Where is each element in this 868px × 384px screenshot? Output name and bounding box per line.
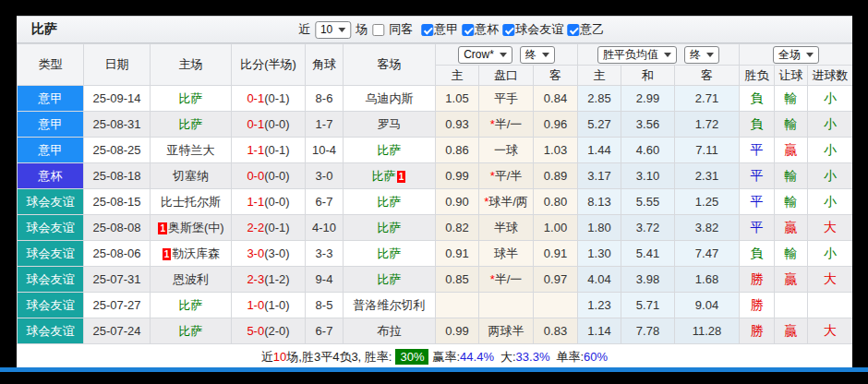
table-row: 球会友谊25-08-081奥斯堡(中)2-2(0-1)4-10比萨0.82半球1…: [18, 215, 853, 241]
chevron-down-icon: [706, 53, 714, 61]
away-team-cell: 比萨: [344, 215, 436, 241]
avg-away-cell: 1.25: [675, 189, 740, 215]
odds-away-cell: 0.89: [534, 163, 578, 189]
odds-final-select[interactable]: 终: [520, 46, 555, 64]
league-filter: 球会友谊: [502, 21, 563, 38]
red-card-badge: 1: [397, 171, 406, 183]
summary-text: 场,胜3平4负3, 胜率:: [286, 349, 392, 366]
date-cell: 25-08-18: [84, 163, 151, 189]
fulltime-score: 3-0: [247, 246, 264, 260]
result-goals-cell: [808, 293, 852, 318]
changed-line-star: *: [490, 117, 495, 131]
result-goals-cell: 大: [808, 318, 852, 344]
team-name: 比萨: [378, 221, 402, 234]
avg-draw-cell: 3.10: [621, 163, 675, 189]
league-checkbox-1[interactable]: [462, 24, 474, 36]
odds-home-cell: 0.90: [436, 189, 479, 215]
league-checkbox-0[interactable]: [421, 24, 433, 36]
bottom-accent-bar: [0, 367, 868, 372]
corners-cell: 3-3: [306, 241, 344, 267]
team-name: 恩波利: [173, 272, 209, 286]
league-label: 意杯: [475, 21, 499, 38]
avg-final-select[interactable]: 终: [684, 46, 719, 64]
type-cell: 意甲: [18, 86, 84, 112]
avg-away-cell: 1.68: [675, 267, 740, 293]
scope-value: 全场: [778, 47, 801, 63]
avg-type-select[interactable]: 胜平负均值: [597, 46, 677, 64]
halftime-score: (1-2): [264, 272, 289, 286]
avg-draw-cell: 7.78: [621, 318, 675, 344]
col-away: 客场: [344, 44, 436, 86]
league-filter: 意甲: [421, 21, 458, 38]
avg-away-cell: 1.72: [675, 112, 740, 138]
col-avg-draw: 和: [621, 66, 675, 86]
score-cell: 5-0(2-0): [232, 318, 306, 344]
odds-home-cell: 0.91: [436, 241, 479, 267]
result-wdl-cell: 勝: [740, 293, 775, 318]
league-checkbox-2[interactable]: [502, 24, 514, 36]
score-cell: 0-0(0-0): [232, 163, 306, 189]
home-team-cell: 比士托尔斯: [151, 189, 232, 215]
result-wdl-cell: 平: [740, 163, 775, 189]
changed-line-star: *: [490, 272, 495, 286]
avg-home-cell: 1.23: [578, 293, 621, 318]
col-corners: 角球: [306, 44, 344, 86]
scope-select[interactable]: 全场: [773, 46, 819, 64]
handicap-cell: [479, 293, 534, 318]
result-wdl-cell: 平: [740, 215, 775, 241]
chevron-down-icon: [806, 53, 814, 61]
score-cell: 1-0(1-0): [232, 293, 306, 318]
same-away-checkbox[interactable]: [372, 24, 384, 36]
league-checkbox-3[interactable]: [567, 24, 579, 36]
matches-label: 场: [356, 21, 368, 38]
result-handicap-cell: 贏: [775, 318, 808, 344]
avg-draw-cell: 5.55: [621, 189, 675, 215]
result-wdl-cell: 勝: [740, 267, 775, 293]
away-team-cell: 普洛维尔切利: [344, 293, 436, 318]
result-handicap-cell: 贏: [775, 138, 808, 163]
corners-cell: 6-7: [306, 318, 344, 344]
team-name: 切塞纳: [173, 169, 209, 183]
date-cell: 25-08-08: [84, 215, 151, 241]
odds-away-cell: 1.03: [534, 138, 578, 163]
home-team-cell: 亚特兰大: [151, 138, 232, 163]
filter-controls: 近 10 场 同客 意甲意杯球会友谊意乙: [298, 17, 604, 42]
away-team-cell: 乌迪内斯: [344, 86, 436, 112]
league-filters: 意甲意杯球会友谊意乙: [417, 21, 604, 38]
avg-home-cell: 1.30: [578, 241, 621, 267]
team-name: 比士托尔斯: [161, 195, 221, 209]
corners-cell: 1-7: [306, 112, 344, 138]
halftime-score: (0-1): [264, 143, 289, 157]
team-name: 比萨: [378, 143, 402, 157]
fulltime-score: 2-2: [247, 221, 264, 234]
recent-count-select[interactable]: 10: [315, 21, 351, 39]
win-rate-badge: 30%: [395, 349, 428, 365]
team-name: 奥斯堡(中): [168, 221, 224, 234]
result-handicap-cell: [775, 293, 808, 318]
halftime-score: (0-1): [264, 91, 289, 105]
odds-home-cell: 0.86: [436, 138, 479, 163]
result-goals-cell: 小: [808, 241, 852, 267]
table-row: 意甲25-08-25亚特兰大1-1(0-1)10-4比萨0.86一球1.031.…: [18, 138, 853, 163]
table-row: 意甲25-09-14比萨0-1(0-1)8-6乌迪内斯1.05平手0.842.8…: [18, 86, 853, 112]
date-cell: 25-08-25: [84, 138, 151, 163]
score-cell: 2-2(0-1): [232, 215, 306, 241]
team-name: 普洛维尔切利: [354, 298, 426, 312]
result-wdl-cell: 勝: [740, 318, 775, 344]
handicap-cell: 半球: [479, 215, 534, 241]
score-cell: 1-1(0-0): [232, 189, 306, 215]
avg-draw-cell: 4.60: [621, 138, 675, 163]
score-cell: 3-0(3-0): [232, 241, 306, 267]
corners-cell: 8-5: [306, 293, 344, 318]
bookmaker-select[interactable]: Crow*: [458, 46, 512, 64]
col-avg-home: 主: [578, 66, 621, 86]
col-home: 主场: [151, 44, 232, 86]
fulltime-score: 0-0: [247, 169, 264, 183]
table-row: 球会友谊25-07-27比萨1-0(1-0)8-5普洛维尔切利1.235.719…: [18, 293, 853, 318]
win-value: 44.4%: [460, 350, 494, 364]
score-cell: 2-3(1-2): [232, 267, 306, 293]
handicap-cell: 平手: [479, 86, 534, 112]
away-team-cell: 比萨: [344, 267, 436, 293]
odds-away-cell: [534, 293, 578, 318]
table-row: 球会友谊25-08-15比士托尔斯1-1(0-0)6-7比萨0.90*球半/两0…: [18, 189, 853, 215]
